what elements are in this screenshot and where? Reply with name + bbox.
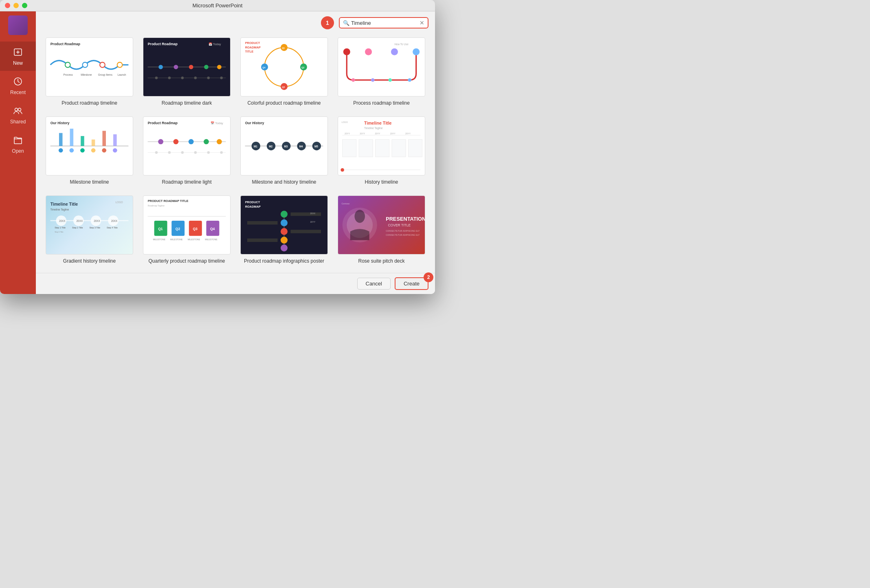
svg-text:M4: M4 <box>299 145 303 148</box>
template-roadmap-timeline-light[interactable]: Product Roadmap 📅 Today <box>143 116 231 186</box>
svg-text:Contoso: Contoso <box>342 202 350 205</box>
svg-point-31 <box>194 77 197 79</box>
template-thumb-5: Our History <box>46 116 133 176</box>
sidebar-label-new: New <box>13 60 23 66</box>
svg-text:PRESENTATION: PRESENTATION <box>386 216 425 222</box>
svg-text:20XX: 20XX <box>77 219 83 222</box>
template-quarterly-product-roadmap-timeline[interactable]: PRODUCT ROADMAP TITLE Roadmap Tagline Q1… <box>143 195 231 265</box>
sidebar-item-shared[interactable]: Shared <box>0 100 36 129</box>
svg-point-82 <box>155 151 158 154</box>
svg-point-28 <box>155 77 158 79</box>
top-bar: 1 🔍 ✕ <box>36 11 435 34</box>
template-thumb-12: Contoso PRESENTATION COVER TITLE CONSECT… <box>338 195 425 255</box>
svg-point-116 <box>341 168 344 172</box>
template-thumb-2: Product Roadmap 📅 Today <box>143 37 231 97</box>
svg-text:Product Roadmap: Product Roadmap <box>148 42 178 46</box>
svg-text:TITLE: TITLE <box>245 50 254 53</box>
svg-rect-64 <box>102 131 106 146</box>
svg-point-10 <box>65 62 70 68</box>
svg-rect-161 <box>290 213 321 216</box>
template-thumb-10: PRODUCT ROADMAP TITLE Roadmap Tagline Q1… <box>143 195 231 255</box>
svg-text:ROADMAP: ROADMAP <box>245 205 261 208</box>
svg-rect-111 <box>343 140 356 157</box>
svg-text:20YY: 20YY <box>375 132 380 135</box>
window-controls[interactable] <box>5 3 27 8</box>
svg-text:M1: M1 <box>254 145 257 148</box>
templates-row-3: Timeline Title Timeline Tagline LOGO 20X… <box>46 195 425 265</box>
template-product-roadmap-timeline[interactable]: Product Roadmap Process Milestone Group … <box>46 37 133 107</box>
svg-point-160 <box>281 244 288 251</box>
template-milestone-timeline[interactable]: Our History <box>46 116 133 186</box>
shared-icon <box>12 105 24 116</box>
svg-text:Milestone: Milestone <box>81 73 92 76</box>
svg-rect-114 <box>392 140 406 157</box>
minimize-button[interactable] <box>13 3 19 8</box>
svg-rect-163 <box>290 230 321 233</box>
svg-text:COVER TITLE: COVER TITLE <box>388 223 411 227</box>
svg-point-87 <box>220 151 223 154</box>
svg-rect-113 <box>376 140 389 157</box>
svg-rect-63 <box>92 140 95 146</box>
search-icon: 🔍 <box>343 20 349 26</box>
svg-text:20XX: 20XX <box>94 219 100 222</box>
svg-point-24 <box>189 65 193 69</box>
svg-text:MILESTONE: MILESTONE <box>188 238 200 241</box>
template-roadmap-timeline-dark[interactable]: Product Roadmap 📅 Today <box>143 37 231 107</box>
svg-point-32 <box>207 77 210 79</box>
svg-point-76 <box>158 139 163 144</box>
svg-text:CONSECTETUR ADIPISCING ELT: CONSECTETUR ADIPISCING ELT <box>386 234 420 236</box>
title-bar: Microsoft PowerPoint <box>0 0 435 11</box>
template-label-7: Milestone and history timeline <box>252 179 316 186</box>
svg-point-52 <box>413 48 420 55</box>
svg-line-5 <box>18 81 20 83</box>
svg-point-33 <box>220 77 223 79</box>
svg-text:Product Roadmap: Product Roadmap <box>148 121 178 125</box>
svg-text:Our History: Our History <box>245 121 264 125</box>
maximize-button[interactable] <box>22 3 27 8</box>
templates-grid: Product Roadmap Process Milestone Group … <box>36 34 435 273</box>
close-button[interactable] <box>5 3 10 8</box>
svg-text:Our History: Our History <box>51 121 70 125</box>
svg-rect-65 <box>113 134 117 146</box>
svg-point-29 <box>168 77 171 79</box>
template-thumb-9: Timeline Title Timeline Tagline LOGO 20X… <box>46 195 133 255</box>
template-label-9: Gradient history timeline <box>63 258 116 265</box>
svg-text:ROADMAP: ROADMAP <box>245 46 261 49</box>
sidebar-item-recent[interactable]: Recent <box>0 71 36 100</box>
svg-point-49 <box>343 48 350 55</box>
template-colorful-product-roadmap[interactable]: PRODUCT ROADMAP TITLE Q1 Q2 Q3 <box>240 37 328 107</box>
svg-text:Q4: Q4 <box>262 66 265 69</box>
sidebar-item-new[interactable]: New <box>0 42 36 71</box>
search-box[interactable]: 🔍 ✕ <box>339 17 428 29</box>
sidebar-item-open[interactable]: Open <box>0 129 36 159</box>
cancel-button[interactable]: Cancel <box>357 278 391 290</box>
svg-text:📅 Today: 📅 Today <box>211 121 223 125</box>
svg-point-66 <box>59 148 63 153</box>
svg-text:Q1: Q1 <box>158 227 163 231</box>
template-rose-suite-pitch-deck[interactable]: Contoso PRESENTATION COVER TITLE CONSECT… <box>338 195 425 265</box>
template-gradient-history-timeline[interactable]: Timeline Title Timeline Tagline LOGO 20X… <box>46 195 133 265</box>
search-clear-icon[interactable]: ✕ <box>420 20 424 26</box>
svg-text:Process: Process <box>64 73 73 76</box>
template-label-2: Roadmap timeline dark <box>162 100 212 107</box>
svg-point-78 <box>189 139 194 144</box>
template-history-timeline[interactable]: LOGO Timeline Title Timeline Tagline 20Y… <box>338 116 425 186</box>
svg-text:MILESTONE: MILESTONE <box>205 238 218 241</box>
svg-point-159 <box>281 237 288 244</box>
search-input[interactable] <box>351 20 420 26</box>
svg-text:Step 2 Title: Step 2 Title <box>72 226 83 229</box>
avatar <box>8 15 28 35</box>
template-process-roadmap-timeline[interactable]: How To Use <box>338 37 425 107</box>
svg-point-84 <box>181 151 184 154</box>
svg-text:LOGO: LOGO <box>115 201 123 204</box>
sidebar: New Recent Shared <box>0 11 36 294</box>
template-thumb-7: Our History M1 M2 M3 M4 M5 <box>240 116 328 176</box>
svg-rect-47 <box>338 39 425 95</box>
template-product-roadmap-infographics-poster[interactable]: PRODUCT ROADMAP <box>240 195 328 265</box>
svg-text:Timeline Title: Timeline Title <box>364 121 392 125</box>
svg-text:MILESTONE: MILESTONE <box>153 238 165 241</box>
svg-text:How To Use: How To Use <box>394 43 409 46</box>
create-button[interactable]: Create <box>395 277 428 290</box>
svg-text:Timeline Tagline: Timeline Tagline <box>51 208 69 211</box>
template-milestone-history-timeline[interactable]: Our History M1 M2 M3 M4 M5 <box>240 116 328 186</box>
